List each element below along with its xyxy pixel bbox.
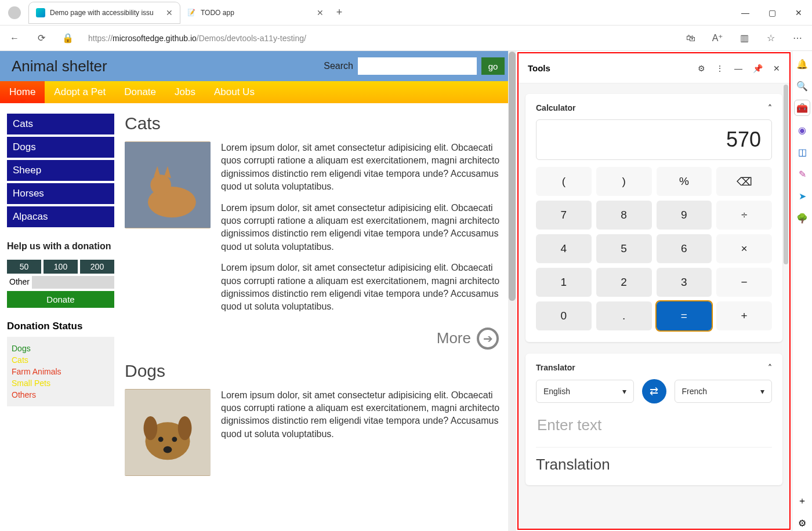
nav-jobs[interactable]: Jobs — [165, 81, 205, 103]
calc-key-9[interactable]: 9 — [657, 201, 712, 230]
maximize-button[interactable]: ▢ — [759, 0, 785, 26]
settings-gear-icon[interactable]: ⚙ — [794, 515, 810, 531]
tools-scrollbar[interactable] — [784, 85, 788, 264]
calc-key-%[interactable]: % — [657, 167, 712, 196]
calc-key-÷[interactable]: ÷ — [716, 201, 772, 230]
favorite-icon[interactable]: ☆ — [761, 28, 781, 48]
settings-sliders-icon[interactable]: ⚙ — [698, 64, 705, 73]
close-panel-icon[interactable]: ✕ — [773, 64, 780, 73]
calc-key-5[interactable]: 5 — [596, 234, 652, 263]
category-dogs[interactable]: Dogs — [7, 137, 114, 158]
nav-donate[interactable]: Donate — [115, 81, 165, 103]
svg-point-11 — [164, 446, 172, 453]
page-nav: Home Adopt a Pet Donate Jobs About Us — [0, 81, 516, 103]
nav-adopt[interactable]: Adopt a Pet — [45, 81, 115, 103]
dstatus-cats[interactable]: Cats — [12, 355, 110, 365]
tools-icon[interactable]: 🧰 — [794, 100, 810, 116]
category-horses[interactable]: Horses — [7, 183, 114, 204]
calc-key-⌫[interactable]: ⌫ — [716, 167, 772, 196]
search-go-button[interactable]: go — [481, 57, 505, 75]
nav-about[interactable]: About Us — [205, 81, 264, 103]
profile-avatar[interactable] — [8, 6, 21, 19]
search-label: Search — [324, 61, 353, 71]
edit-icon[interactable]: ✎ — [794, 166, 810, 182]
swap-languages-button[interactable]: ⇄ — [642, 379, 666, 403]
search-icon[interactable]: 🔍 — [794, 78, 810, 94]
donate-button[interactable]: Donate — [7, 291, 114, 308]
reader-icon[interactable]: ▥ — [734, 28, 754, 48]
more-link[interactable]: More ➔ — [125, 328, 499, 350]
donation-50[interactable]: 50 — [7, 260, 41, 274]
more-icon[interactable]: ⋯ — [788, 28, 807, 48]
collapse-translator-icon[interactable]: ˄ — [768, 363, 772, 372]
tools-header: Tools ⚙ ⋮ — 📌 ✕ — [519, 53, 789, 83]
calc-key-0[interactable]: 0 — [536, 301, 592, 330]
translator-output: Translation — [536, 447, 772, 474]
calc-key-−[interactable]: − — [716, 268, 772, 297]
more-vertical-icon[interactable]: ⋮ — [716, 64, 724, 73]
calc-key-8[interactable]: 8 — [596, 201, 652, 230]
minimize-button[interactable]: — — [732, 0, 759, 26]
calc-key-×[interactable]: × — [716, 234, 772, 263]
search-input[interactable] — [358, 57, 477, 75]
outlook-icon[interactable]: ◫ — [794, 144, 810, 160]
window-titlebar: Demo page with accessibility issu ✕ 📝 TO… — [0, 0, 812, 26]
url-path: /Demos/devtools-a11y-testing/ — [197, 34, 306, 43]
send-icon[interactable]: ➤ — [794, 188, 810, 204]
add-sidebar-icon[interactable]: ＋ — [794, 493, 810, 509]
browser-tab-2[interactable]: 📝 TODO app ✕ — [180, 2, 331, 23]
donation-200[interactable]: 200 — [80, 260, 114, 274]
category-cats[interactable]: Cats — [7, 114, 114, 134]
calculator-title: Calculator — [536, 103, 575, 112]
minimize-panel-icon[interactable]: — — [734, 64, 742, 73]
read-aloud-icon[interactable]: A⁺ — [708, 28, 727, 48]
dstatus-smallpets[interactable]: Small Pets — [12, 379, 110, 388]
category-sheep[interactable]: Sheep — [7, 160, 114, 181]
refresh-button[interactable]: ⟳ — [31, 28, 51, 48]
calc-key-1[interactable]: 1 — [536, 268, 592, 297]
calc-key-([interactable]: ( — [536, 167, 592, 196]
window-controls: — ▢ ✕ — [732, 0, 812, 26]
lang-to-select[interactable]: French▾ — [675, 380, 773, 403]
calc-key-2[interactable]: 2 — [596, 268, 652, 297]
pin-icon[interactable]: 📌 — [753, 64, 763, 73]
donation-100[interactable]: 100 — [44, 260, 78, 274]
page-scrollbar[interactable] — [508, 51, 516, 531]
calc-key-6[interactable]: 6 — [657, 234, 712, 263]
collapse-calculator-icon[interactable]: ˄ — [768, 103, 772, 112]
close-tab-icon[interactable]: ✕ — [317, 8, 324, 17]
back-button[interactable]: ← — [5, 28, 24, 48]
new-tab-button[interactable]: + — [331, 6, 348, 19]
translator-title: Translator — [536, 363, 575, 372]
browser-tab-1[interactable]: Demo page with accessibility issu ✕ — [29, 2, 180, 23]
address-bar[interactable]: https://microsoftedge.github.io/Demos/de… — [85, 34, 674, 43]
dstatus-others[interactable]: Others — [12, 390, 110, 399]
translator-input[interactable]: Enter text — [536, 413, 772, 447]
category-alpacas[interactable]: Alpacas — [7, 206, 114, 227]
bell-icon[interactable]: 🔔 — [794, 56, 810, 72]
dstatus-dogs[interactable]: Dogs — [12, 344, 110, 353]
nav-home[interactable]: Home — [0, 81, 45, 103]
calc-key-)[interactable]: ) — [596, 167, 652, 196]
copilot-icon[interactable]: ◉ — [794, 122, 810, 138]
donation-other-input[interactable] — [32, 276, 114, 289]
site-title: Animal shelter — [12, 57, 107, 75]
tree-icon[interactable]: 🌳 — [794, 210, 810, 226]
calc-key-4[interactable]: 4 — [536, 234, 592, 263]
lang-from-select[interactable]: English▾ — [536, 380, 634, 403]
dstatus-farm[interactable]: Farm Animals — [12, 367, 110, 376]
lang-to-label: French — [682, 387, 708, 396]
close-tab-icon[interactable]: ✕ — [166, 8, 173, 17]
calc-key-3[interactable]: 3 — [657, 268, 712, 297]
calc-key-.[interactable]: . — [596, 301, 652, 330]
shopping-icon[interactable]: 🛍 — [681, 28, 701, 48]
calc-key-=[interactable]: = — [657, 301, 712, 330]
tools-panel: Tools ⚙ ⋮ — 📌 ✕ Calculator ˄ 570 ()%⌫789… — [517, 52, 791, 530]
url-host: microsoftedge.github.io — [113, 34, 197, 43]
tools-title: Tools — [528, 63, 550, 73]
calc-key-+[interactable]: + — [716, 301, 772, 330]
calc-key-7[interactable]: 7 — [536, 201, 592, 230]
site-info-icon[interactable]: 🔒 — [58, 28, 78, 48]
donation-status-list: Dogs Cats Farm Animals Small Pets Others — [7, 337, 114, 406]
close-window-button[interactable]: ✕ — [785, 0, 812, 26]
